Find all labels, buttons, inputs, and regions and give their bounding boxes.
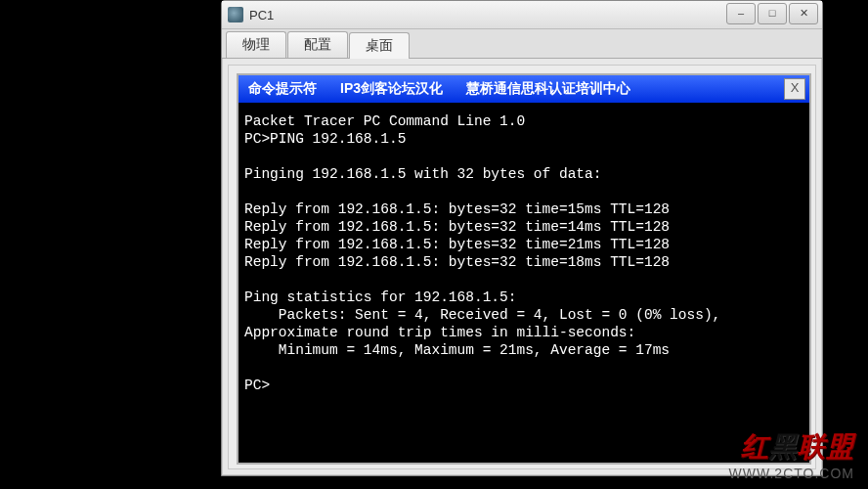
window-title: PC1 (249, 8, 274, 22)
cmd-titlebar[interactable]: 命令提示符 IP3剑客论坛汉化 慧桥通信思科认证培训中心 X (239, 75, 809, 103)
command-prompt-window: 命令提示符 IP3剑客论坛汉化 慧桥通信思科认证培训中心 X Packet Tr… (237, 73, 811, 465)
pc1-window: PC1 – □ ✕ 物理 配置 桌面 命令提示符 IP3剑客论坛汉化 慧桥通信思… (221, 0, 823, 476)
app-icon (228, 7, 243, 22)
cmd-title-mid: IP3剑客论坛汉化 (340, 80, 443, 98)
cmd-title-left: 命令提示符 (248, 80, 317, 98)
maximize-button[interactable]: □ (758, 3, 787, 24)
window-titlebar[interactable]: PC1 – □ ✕ (222, 1, 822, 29)
window-controls: – □ ✕ (726, 3, 818, 24)
cmd-title-right: 慧桥通信思科认证培训中心 (466, 80, 630, 98)
close-button[interactable]: ✕ (789, 3, 818, 24)
tab-bar: 物理 配置 桌面 (222, 29, 822, 59)
minimize-button[interactable]: – (726, 3, 756, 24)
desktop-panel: 命令提示符 IP3剑客论坛汉化 慧桥通信思科认证培训中心 X Packet Tr… (228, 65, 816, 469)
cmd-title-text: 命令提示符 IP3剑客论坛汉化 慧桥通信思科认证培训中心 (248, 80, 630, 98)
cmd-close-button[interactable]: X (784, 78, 805, 100)
tab-config[interactable]: 配置 (287, 31, 348, 58)
tab-physical[interactable]: 物理 (226, 31, 286, 58)
terminal-output[interactable]: Packet Tracer PC Command Line 1.0 PC>PIN… (239, 103, 809, 463)
tab-desktop[interactable]: 桌面 (349, 32, 410, 59)
